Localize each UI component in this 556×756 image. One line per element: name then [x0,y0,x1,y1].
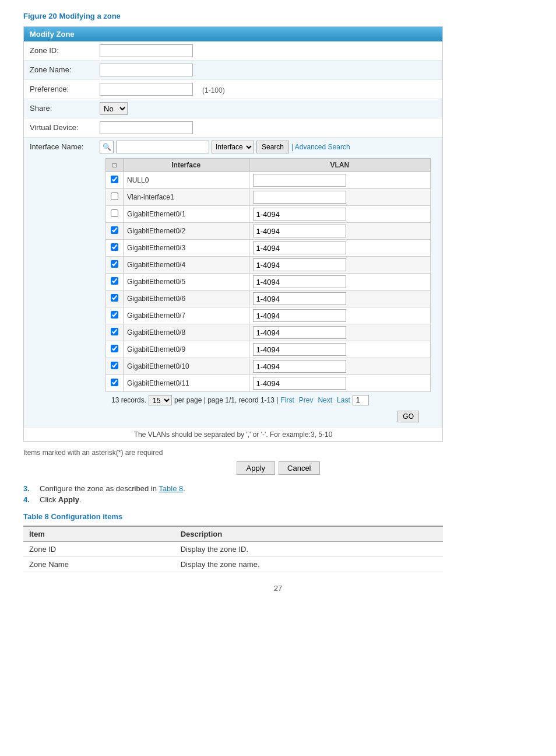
preference-input[interactable]: 85 [100,83,193,96]
instruction-3-text: Configure the zone as described in Table… [40,484,185,493]
vlan-input-7[interactable] [253,292,346,305]
col-checkbox-header: □ [106,159,124,172]
interface-checkbox-1[interactable] [111,192,118,200]
interface-name-7: GigabitEthernet0/6 [124,290,249,307]
interface-checkbox-0[interactable] [111,176,118,183]
instruction-3: 3. Configure the zone as described in Ta… [23,484,533,493]
config-desc-0: Display the zone ID. [175,542,443,557]
config-table: Item Description Zone IDDisplay the zone… [23,526,443,572]
interface-checkbox-11[interactable] [111,362,118,369]
interface-name-8: GigabitEthernet0/7 [124,307,249,324]
first-link[interactable]: First [280,396,294,404]
interface-name-row: Interface Name: 🔍 Interface Search | Adv… [24,138,442,428]
interface-name-1: Vlan-interface1 [124,189,249,206]
search-button[interactable]: Search [256,141,289,153]
instruction-4: 4. Click Apply. [23,495,533,504]
instruction-list: 3. Configure the zone as described in Ta… [23,484,533,504]
vlan-input-2[interactable] [253,208,346,220]
vlan-input-12[interactable] [253,377,346,390]
virtual-device-control: Root [100,121,437,134]
col-vlan-header: VLAN [249,159,430,172]
vlan-input-0[interactable] [253,174,346,187]
preference-label: Preference: [30,83,100,93]
interface-checkbox-7[interactable] [111,294,118,302]
zone-name-control: Trust [100,64,437,76]
instruction-4-num: 4. [23,495,35,504]
zone-name-label: Zone Name: [30,64,100,74]
vlan-input-6[interactable] [253,275,346,288]
virtual-device-label: Virtual Device: [30,121,100,132]
interface-checkbox-9[interactable] [111,328,118,335]
last-link[interactable]: Last [337,396,350,404]
vlan-input-3[interactable] [253,225,346,237]
share-select[interactable]: No Yes [100,102,128,115]
page-number-input[interactable] [353,395,369,405]
col-interface-header: Interface [124,159,249,172]
virtual-device-input[interactable]: Root [100,121,193,134]
zone-id-control: 2 [100,44,437,57]
interface-name-2: GigabitEthernet0/1 [124,206,249,223]
share-label: Share: [30,102,100,113]
interface-checkbox-3[interactable] [111,226,118,234]
interface-checkbox-4[interactable] [111,243,118,251]
search-type-select[interactable]: Interface [212,141,254,153]
action-buttons: Apply Cancel [23,461,533,475]
pagination-row: 13 records. 15 30 50 per page | page 1/1… [105,392,431,408]
interface-checkbox-10[interactable] [111,345,118,352]
go-row: GO [105,408,431,425]
advanced-search-link[interactable]: | Advanced Search [291,143,350,151]
preference-hint: (1-100) [202,84,225,94]
vlan-input-10[interactable] [253,343,346,356]
zone-name-row: Zone Name: Trust [24,61,442,80]
zone-id-input[interactable]: 2 [100,44,193,57]
config-col-item: Item [23,526,175,542]
next-link[interactable]: Next [318,396,332,404]
search-icon-box: 🔍 [100,141,114,153]
vlan-input-1[interactable] [253,191,346,204]
search-input[interactable] [116,141,209,153]
preference-row: Preference: 85 (1-100) [24,80,442,99]
share-control: No Yes [100,102,437,115]
virtual-device-row: Virtual Device: Root [24,118,442,138]
zone-name-input[interactable]: Trust [100,64,193,76]
interface-checkbox-8[interactable] [111,311,118,318]
instruction-3-num: 3. [23,484,35,493]
interface-checkbox-6[interactable] [111,277,118,285]
config-col-desc: Description [175,526,443,542]
interface-name-10: GigabitEthernet0/9 [124,341,249,358]
interface-name-11: GigabitEthernet0/10 [124,358,249,375]
vlan-note: The VLANs should be separated by ',' or … [24,428,442,441]
apply-button[interactable]: Apply [237,461,276,475]
instruction-4-text: Click Apply. [40,495,82,504]
vlan-input-11[interactable] [253,360,346,373]
vlan-input-9[interactable] [253,326,346,339]
figure-title: Figure 20 Modifying a zone [23,12,533,20]
interface-name-4: GigabitEthernet0/3 [124,240,249,257]
interface-name-6: GigabitEthernet0/5 [124,274,249,290]
interface-name-9: GigabitEthernet0/8 [124,324,249,341]
per-page-select[interactable]: 15 30 50 [149,395,172,405]
config-item-0: Zone ID [23,542,175,557]
go-button[interactable]: GO [397,411,419,422]
zone-id-row: Zone ID: 2 [24,41,442,61]
interface-checkbox-2[interactable] [111,209,118,217]
interface-checkbox-5[interactable] [111,260,118,268]
vlan-input-5[interactable] [253,258,346,271]
interface-checkbox-12[interactable] [111,379,118,386]
vlan-input-8[interactable] [253,309,346,322]
table8-link[interactable]: Table 8 [159,484,183,493]
prev-link[interactable]: Prev [299,396,314,404]
page-number: 27 [23,584,533,593]
panel-header: Modify Zone [24,27,442,41]
interface-table-section: □ Interface VLAN NULL0Vlan-interface1Gig… [100,153,437,425]
cancel-button[interactable]: Cancel [279,461,319,475]
interface-name-5: GigabitEthernet0/4 [124,257,249,274]
page-info: per page | page 1/1, record 1-13 | [174,396,278,404]
interface-name-3: GigabitEthernet0/2 [124,223,249,240]
zone-id-label: Zone ID: [30,44,100,55]
vlan-input-4[interactable] [253,242,346,254]
share-row: Share: No Yes [24,99,442,118]
interface-name-12: GigabitEthernet0/11 [124,375,249,392]
interface-name-control: 🔍 Interface Search | Advanced Search □ I… [100,141,437,425]
interface-name-0: NULL0 [124,172,249,189]
